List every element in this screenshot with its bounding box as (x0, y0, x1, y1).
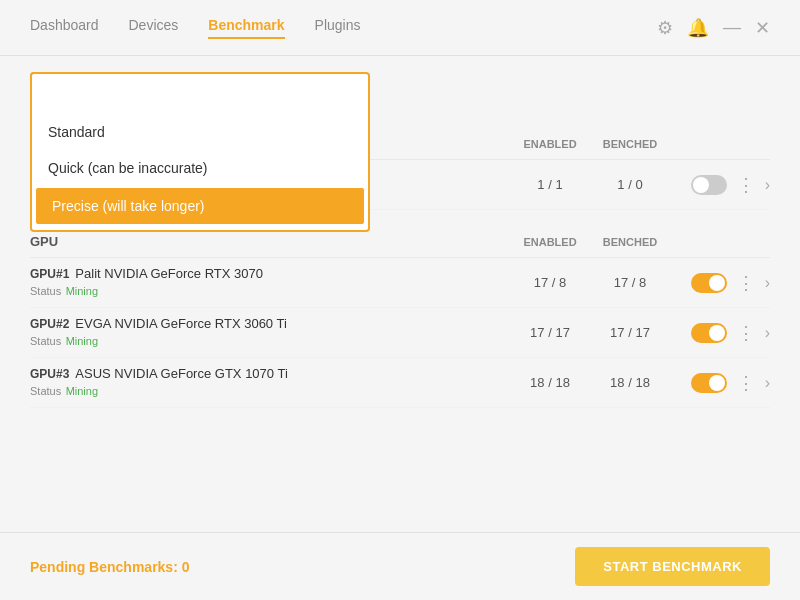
cpu-chevron-right[interactable]: › (765, 176, 770, 194)
dropdown-menu: Standard Quick (can be inaccurate) Preci… (30, 72, 370, 232)
gpu-2-chevron-right[interactable]: › (765, 374, 770, 392)
gpu-0-dots-menu[interactable]: ⋮ (735, 272, 757, 294)
tab-benchmark[interactable]: Benchmark (208, 17, 284, 39)
close-icon[interactable]: ✕ (755, 17, 770, 39)
gpu-1-device-enabled: 17 / 17 (510, 325, 590, 340)
gpu-0-device-enabled: 17 / 8 (510, 275, 590, 290)
gpu-1-device-status: Mining (66, 335, 98, 347)
gpu-0-toggle-knob (709, 275, 725, 291)
app-window: Dashboard Devices Benchmark Plugins ⚙ 🔔 … (0, 0, 800, 600)
gpu-2-name-line: GPU#3 ASUS NVIDIA GeForce GTX 1070 Ti (30, 366, 510, 381)
gpu-2-toggle[interactable] (691, 373, 727, 393)
gpu-1-toggle[interactable] (691, 323, 727, 343)
gpu-2-dots-menu[interactable]: ⋮ (735, 372, 757, 394)
settings-icon[interactable]: ⚙ (657, 17, 673, 39)
start-benchmark-button[interactable]: START BENCHMARK (575, 547, 770, 586)
cpu-toggle-knob (693, 177, 709, 193)
gpu-1-dots-menu[interactable]: ⋮ (735, 322, 757, 344)
footer: Pending Benchmarks: 0 START BENCHMARK (0, 532, 800, 600)
gpu-0-name-line: GPU#1 Palit NVIDIA GeForce RTX 3070 (30, 266, 510, 281)
gpu-0-device-benched: 17 / 8 (590, 275, 670, 290)
gpu-0-chevron-right[interactable]: › (765, 274, 770, 292)
gpu-0-device-info: GPU#1 Palit NVIDIA GeForce RTX 3070 Stat… (30, 266, 510, 299)
gpu-0-status-line: Status Mining (30, 281, 510, 299)
minimize-icon[interactable]: — (723, 17, 741, 38)
cpu-col-enabled: ENABLED (510, 138, 590, 150)
gpu-1-device-name: EVGA NVIDIA GeForce RTX 3060 Ti (75, 316, 286, 331)
gpu-0-toggle[interactable] (691, 273, 727, 293)
gpu-0-device-id: GPU#1 (30, 267, 69, 281)
bell-icon[interactable]: 🔔 (687, 17, 709, 39)
cpu-toggle[interactable] (691, 175, 727, 195)
gpu-1-device-id: GPU#2 (30, 317, 69, 331)
gpu-1-status-line: Status Mining (30, 331, 510, 349)
gpu-section: GPU ENABLED BENCHED GPU#1 Palit NVIDIA G… (30, 226, 770, 408)
cpu-device-benched: 1 / 0 (590, 177, 670, 192)
cpu-device-actions: ⋮ › (670, 174, 770, 196)
gpu-0-status-label: Status (30, 285, 61, 297)
gpu-1-name-line: GPU#2 EVGA NVIDIA GeForce RTX 3060 Ti (30, 316, 510, 331)
gpu-2-toggle-knob (709, 375, 725, 391)
gpu-section-title: GPU (30, 234, 510, 249)
gpu-2-device-status: Mining (66, 385, 98, 397)
gpu-col-enabled: ENABLED (510, 236, 590, 248)
gpu-0-device-status: Mining (66, 285, 98, 297)
pending-label: Pending Benchmarks: 0 (30, 559, 190, 575)
gpu-2-device-actions: ⋮ › (670, 372, 770, 394)
gpu-col-benched: BENCHED (590, 236, 670, 248)
cpu-dots-menu[interactable]: ⋮ (735, 174, 757, 196)
gpu-1-device-info: GPU#2 EVGA NVIDIA GeForce RTX 3060 Ti St… (30, 316, 510, 349)
cpu-device-enabled: 1 / 1 (510, 177, 590, 192)
gpu-1-chevron-right[interactable]: › (765, 324, 770, 342)
gpu-2-status-line: Status Mining (30, 381, 510, 399)
benchmark-type-container: Standard Quick (can be inaccurate) Preci… (30, 72, 770, 112)
tab-dashboard[interactable]: Dashboard (30, 17, 99, 39)
dropdown-item-precise[interactable]: Precise (will take longer) (36, 188, 364, 224)
main-content: Standard Quick (can be inaccurate) Preci… (0, 56, 800, 532)
nav-actions: ⚙ 🔔 — ✕ (657, 17, 770, 39)
nav-tabs: Dashboard Devices Benchmark Plugins (30, 17, 657, 39)
dropdown-item-standard[interactable]: Standard (32, 114, 368, 150)
dropdown-item-quick[interactable]: Quick (can be inaccurate) (32, 150, 368, 186)
gpu-device-row-1: GPU#2 EVGA NVIDIA GeForce RTX 3060 Ti St… (30, 308, 770, 358)
gpu-2-status-label: Status (30, 385, 61, 397)
nav-bar: Dashboard Devices Benchmark Plugins ⚙ 🔔 … (0, 0, 800, 56)
gpu-2-device-name: ASUS NVIDIA GeForce GTX 1070 Ti (75, 366, 287, 381)
gpu-0-device-name: Palit NVIDIA GeForce RTX 3070 (75, 266, 263, 281)
gpu-device-row-2: GPU#3 ASUS NVIDIA GeForce GTX 1070 Ti St… (30, 358, 770, 408)
gpu-1-device-benched: 17 / 17 (590, 325, 670, 340)
tab-devices[interactable]: Devices (129, 17, 179, 39)
cpu-col-benched: BENCHED (590, 138, 670, 150)
gpu-1-device-actions: ⋮ › (670, 322, 770, 344)
gpu-1-toggle-knob (709, 325, 725, 341)
gpu-2-device-benched: 18 / 18 (590, 375, 670, 390)
gpu-2-device-enabled: 18 / 18 (510, 375, 590, 390)
gpu-device-row-0: GPU#1 Palit NVIDIA GeForce RTX 3070 Stat… (30, 258, 770, 308)
tab-plugins[interactable]: Plugins (315, 17, 361, 39)
gpu-2-device-id: GPU#3 (30, 367, 69, 381)
gpu-2-device-info: GPU#3 ASUS NVIDIA GeForce GTX 1070 Ti St… (30, 366, 510, 399)
gpu-0-device-actions: ⋮ › (670, 272, 770, 294)
gpu-1-status-label: Status (30, 335, 61, 347)
